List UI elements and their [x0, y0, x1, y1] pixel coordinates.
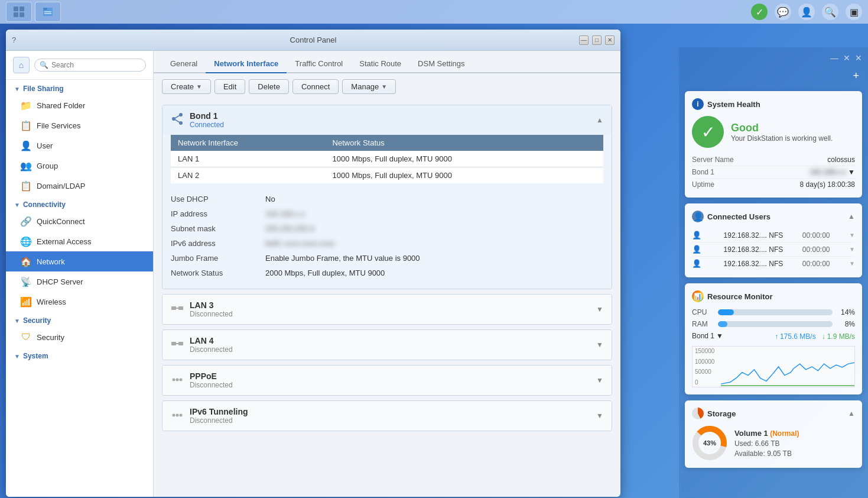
sidebar-item-domain-ldap[interactable]: 📋 Domain/LDAP: [6, 176, 153, 196]
connected-users-list: 👤 192.168.32.... NFS 00:00:00 ▼ 👤 192.16…: [692, 228, 855, 270]
bond1-title: Bond 1: [190, 111, 224, 121]
network-icon: 🏠: [20, 256, 32, 267]
sidebar-section-security[interactable]: ▼ Security: [6, 312, 153, 327]
chat-icon[interactable]: 💬: [775, 4, 791, 20]
lan4-header-left: LAN 4 Disconnected: [171, 336, 233, 354]
file-manager-taskbar-button[interactable]: [35, 2, 61, 22]
sidebar-label-wireless: Wireless: [37, 297, 66, 306]
user-expand-icon-3[interactable]: ▼: [849, 260, 855, 267]
sidebar-item-group[interactable]: 👥 Group: [6, 156, 153, 176]
panel-add-button[interactable]: +: [685, 70, 862, 85]
storage-body: 43% Volume 1 (Normal) Used: 6.66 TB Avai…: [692, 425, 855, 461]
home-button[interactable]: ⌂: [13, 57, 30, 73]
pppoe-header[interactable]: PPPoE Disconnected ▼: [162, 366, 612, 395]
panel-minimize-icon[interactable]: —: [830, 53, 838, 63]
lan3-expand-icon[interactable]: ▼: [596, 305, 603, 313]
window-help-icon[interactable]: ?: [12, 35, 16, 44]
tab-network-interface[interactable]: Network Interface: [206, 55, 287, 73]
uptime-value: 8 day(s) 18:00:38: [800, 180, 855, 189]
section-label-system: System: [23, 352, 48, 360]
lan3-info: LAN 3 Disconnected: [190, 300, 233, 318]
sidebar-item-security[interactable]: 🛡 Security: [6, 327, 153, 347]
svg-rect-17: [178, 342, 183, 345]
ipv6-tunneling-header[interactable]: IPv6 Tunneling Disconnected ▼: [162, 401, 612, 431]
panel-close-icon[interactable]: ✕: [855, 53, 862, 63]
tab-static-route[interactable]: Static Route: [351, 55, 409, 73]
window-minimize-button[interactable]: —: [579, 35, 589, 45]
connected-users-collapse-button[interactable]: ▲: [848, 212, 855, 221]
connected-users-icon: 👤: [692, 211, 704, 222]
lan3-header-left: LAN 3 Disconnected: [171, 300, 233, 318]
tab-traffic-control[interactable]: Traffic Control: [287, 55, 351, 73]
group-icon: 👥: [20, 160, 32, 172]
window-body: ⌂ 🔍 ▼ File Sharing 📁 Shared Folder �: [6, 51, 620, 497]
detail-ip-address: IP address 192.168.x.x: [171, 206, 603, 221]
lan3-status: Disconnected: [190, 310, 233, 318]
bond1-collapse-icon[interactable]: ▲: [596, 116, 603, 124]
search-input[interactable]: [51, 61, 141, 69]
sidebar-label-security: Security: [37, 333, 64, 342]
svg-line-12: [174, 119, 181, 123]
section-label-file-sharing: File Sharing: [23, 85, 64, 93]
jumbo-frame-value: Enable Jumbo Frame, the MTU value is 900…: [265, 254, 420, 263]
panel-restore-icon[interactable]: ✕: [843, 53, 850, 63]
sidebar-item-file-services[interactable]: 📋 File Services: [6, 115, 153, 135]
sidebar-item-wireless[interactable]: 📶 Wireless: [6, 292, 153, 312]
user-taskbar-icon[interactable]: 👤: [798, 4, 815, 20]
connect-button[interactable]: Connect: [292, 79, 339, 94]
window-titlebar: ? Control Panel — □ ✕: [6, 30, 620, 51]
main-content: General Network Interface Traffic Contro…: [154, 51, 620, 497]
lan4-header[interactable]: LAN 4 Disconnected ▼: [162, 330, 612, 360]
notification-icon[interactable]: ✓: [751, 4, 768, 20]
bond-selector[interactable]: Bond 1 ▼: [692, 332, 723, 340]
pppoe-expand-icon[interactable]: ▼: [596, 376, 603, 384]
info-taskbar-icon[interactable]: ▣: [846, 4, 862, 20]
sidebar-item-user[interactable]: 👤 User: [6, 135, 153, 156]
cpu-label: CPU: [692, 308, 713, 316]
bond-selector-arrow: ▼: [716, 332, 723, 340]
sidebar-item-network[interactable]: 🏠 Network: [6, 251, 153, 271]
user-expand-icon-2[interactable]: ▼: [849, 246, 855, 253]
chart-label-0: 0: [695, 379, 719, 386]
bond-dropdown[interactable]: 192.168.x.x ▼: [810, 168, 855, 176]
bond1-header-left: Bond 1 Connected: [171, 111, 224, 129]
table-row: LAN 1 1000 Mbps, Full duplex, MTU 9000: [171, 151, 603, 167]
taskbar-left: [6, 2, 61, 22]
pppoe-title: PPPoE: [190, 371, 233, 381]
storage-donut: 43%: [692, 425, 727, 461]
sidebar-item-dhcp-server[interactable]: 📡 DHCP Server: [6, 271, 153, 292]
up-arrow-icon: ↑: [775, 332, 778, 341]
edit-button[interactable]: Edit: [214, 79, 245, 94]
create-button[interactable]: Create ▼: [162, 79, 211, 94]
server-name-value: colossus: [827, 156, 855, 164]
ipv6-tunneling-expand-icon[interactable]: ▼: [596, 412, 603, 420]
user-expand-icon-1[interactable]: ▼: [849, 232, 855, 238]
sidebar-section-connectivity[interactable]: ▼ Connectivity: [6, 196, 153, 211]
delete-button[interactable]: Delete: [249, 79, 289, 94]
sidebar-item-external-access[interactable]: 🌐 External Access: [6, 231, 153, 251]
window-close-button[interactable]: ✕: [605, 35, 615, 45]
lan3-header[interactable]: LAN 3 Disconnected ▼: [162, 295, 612, 324]
storage-collapse-button[interactable]: ▲: [848, 409, 855, 418]
storage-available: Available: 9.05 TB: [734, 450, 799, 458]
manage-button[interactable]: Manage ▼: [342, 79, 396, 94]
sidebar-item-shared-folder[interactable]: 📁 Shared Folder: [6, 95, 153, 115]
sidebar-item-quickconnect[interactable]: 🔗 QuickConnect: [6, 211, 153, 231]
user-ip-2: 192.168.32.... NFS: [724, 245, 784, 254]
ipv6-tunneling-status: Disconnected: [190, 416, 248, 425]
storage-pct-label: 43%: [703, 439, 716, 447]
sidebar-section-file-sharing[interactable]: ▼ File Sharing: [6, 80, 153, 95]
user-icon: 👤: [20, 140, 32, 151]
system-health-icon: i: [692, 98, 704, 110]
domain-icon: 📋: [20, 180, 32, 192]
bond1-header[interactable]: Bond 1 Connected ▲: [162, 105, 612, 135]
lan4-expand-icon[interactable]: ▼: [596, 341, 603, 349]
search-taskbar-icon[interactable]: 🔍: [822, 4, 838, 20]
tab-dsm-settings[interactable]: DSM Settings: [409, 55, 473, 73]
bond-selector-label: Bond 1: [692, 332, 714, 340]
sidebar-section-system[interactable]: ▼ System: [6, 347, 153, 363]
tab-general[interactable]: General: [162, 55, 206, 73]
apps-taskbar-button[interactable]: [6, 2, 32, 22]
ip-address-label: IP address: [171, 209, 265, 218]
window-maximize-button[interactable]: □: [592, 35, 602, 45]
